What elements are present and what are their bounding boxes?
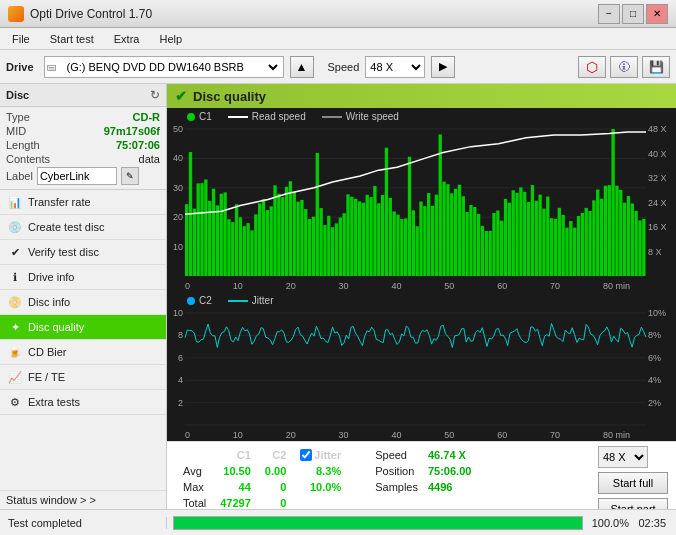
progressbar — [173, 516, 583, 530]
drive-select[interactable]: (G:) BENQ DVD DD DW1640 BSRB — [61, 57, 281, 77]
disc-type-value: CD-R — [133, 111, 161, 123]
sidebar-item-transfer-rate[interactable]: 📊 Transfer rate — [0, 190, 166, 215]
disc-label-button[interactable]: ✎ — [121, 167, 139, 185]
drive-info-icon: ℹ — [8, 270, 22, 284]
sidebar-item-label: CD Bier — [28, 346, 67, 358]
maximize-button[interactable]: □ — [622, 4, 644, 24]
legend-c1-dot — [187, 113, 195, 121]
verify-test-disc-icon: ✔ — [8, 245, 22, 259]
sidebar-item-cd-bier[interactable]: 🍺 CD Bier — [0, 340, 166, 365]
jitter-checkbox[interactable] — [300, 449, 312, 461]
drive-label: Drive — [6, 61, 34, 73]
titlebar: Opti Drive Control 1.70 − □ ✕ — [0, 0, 676, 28]
menu-help[interactable]: Help — [151, 31, 190, 47]
disc-label-input[interactable] — [37, 167, 117, 185]
disc-refresh-icon[interactable]: ↻ — [150, 88, 160, 102]
transfer-rate-icon: 📊 — [8, 195, 22, 209]
disc-contents-row: Contents data — [6, 153, 160, 165]
disc-length-label: Length — [6, 139, 40, 151]
speed-select-action[interactable]: 48 X — [598, 446, 648, 468]
drivebar: Drive 🖴 (G:) BENQ DVD DD DW1640 BSRB ▲ S… — [0, 50, 676, 84]
statusbar: Test completed 100.0% 02:35 — [0, 509, 676, 535]
max-c1: 44 — [214, 480, 257, 494]
start-full-button[interactable]: Start full — [598, 472, 668, 494]
window-controls: − □ ✕ — [598, 4, 668, 24]
xaxis2-20: 20 — [286, 430, 296, 440]
disc-length-value: 75:07:06 — [116, 139, 160, 151]
disc-quality-title: Disc quality — [193, 89, 266, 104]
disc-type-row: Type CD-R — [6, 111, 160, 123]
xaxis-0: 0 — [185, 281, 190, 291]
avg-label: Avg — [177, 464, 212, 478]
status-text: Test completed — [0, 517, 167, 529]
progress-pct: 100.0% — [589, 517, 629, 529]
sidebar-item-label: Create test disc — [28, 221, 104, 233]
legend-write-speed-line — [322, 116, 342, 118]
chart-top-xaxis: 0 10 20 30 40 50 60 70 80 min — [167, 280, 676, 292]
chart-legend-bottom: C2 Jitter — [167, 292, 676, 309]
disc-contents-label: Contents — [6, 153, 50, 165]
stats-table: C1 C2 Jitter Avg 10.50 0.00 8.3% — [175, 446, 349, 509]
sidebar-item-label: Drive info — [28, 271, 74, 283]
app-title: Opti Drive Control 1.70 — [30, 7, 152, 21]
legend-read-speed-label: Read speed — [252, 111, 306, 122]
cd-bier-icon: 🍺 — [8, 345, 22, 359]
sidebar-item-label: Transfer rate — [28, 196, 91, 208]
legend-c1: C1 — [187, 111, 212, 122]
disc-mid-value: 97m17s06f — [104, 125, 160, 137]
create-test-disc-icon: 💿 — [8, 220, 22, 234]
xaxis-50: 50 — [444, 281, 454, 291]
xaxis2-40: 40 — [391, 430, 401, 440]
info-button[interactable]: 🛈 — [610, 56, 638, 78]
xaxis2-60: 60 — [497, 430, 507, 440]
disc-length-row: Length 75:07:06 — [6, 139, 160, 151]
col-jitter-header: Jitter — [314, 449, 341, 461]
menu-extra[interactable]: Extra — [106, 31, 148, 47]
save-button[interactable]: 💾 — [642, 56, 670, 78]
xaxis-30: 30 — [339, 281, 349, 291]
sidebar-item-disc-info[interactable]: 📀 Disc info — [0, 290, 166, 315]
sidebar-item-label: Disc quality — [28, 321, 84, 333]
drive-eject-button[interactable]: ▲ — [290, 56, 314, 78]
jitter-check-cell: Jitter — [300, 449, 341, 461]
extra-tests-icon: ⚙ — [8, 395, 22, 409]
legend-c1-label: C1 — [199, 111, 212, 122]
legend-read-speed-line — [228, 116, 248, 118]
sidebar-item-drive-info[interactable]: ℹ Drive info — [0, 265, 166, 290]
position-value: 75:06.00 — [424, 464, 475, 478]
legend-c2-label: C2 — [199, 295, 212, 306]
xaxis2-80: 80 min — [603, 430, 658, 440]
sidebar-item-verify-test-disc[interactable]: ✔ Verify test disc — [0, 240, 166, 265]
menu-start-test[interactable]: Start test — [42, 31, 102, 47]
menubar: File Start test Extra Help — [0, 28, 676, 50]
speed-apply-button[interactable]: ▶ — [431, 56, 455, 78]
start-part-button[interactable]: Start part — [598, 498, 668, 509]
speed-info-panel: Speed 46.74 X Position 75:06.00 Samples … — [369, 446, 477, 496]
legend-jitter-label: Jitter — [252, 295, 274, 306]
close-button[interactable]: ✕ — [646, 4, 668, 24]
avg-c2: 0.00 — [259, 464, 292, 478]
max-label: Max — [177, 480, 212, 494]
chart-top-canvas — [167, 125, 676, 280]
sidebar-item-fe-te[interactable]: 📈 FE / TE — [0, 365, 166, 390]
minimize-button[interactable]: − — [598, 4, 620, 24]
avg-c1: 10.50 — [214, 464, 257, 478]
status-window-label: Status window > > — [6, 494, 96, 506]
sidebar-item-extra-tests[interactable]: ⚙ Extra tests — [0, 390, 166, 415]
legend-write-speed-label: Write speed — [346, 111, 399, 122]
legend-read-speed: Read speed — [228, 111, 306, 122]
xaxis2-70: 70 — [550, 430, 560, 440]
sidebar-item-disc-quality[interactable]: ✦ Disc quality — [0, 315, 166, 340]
config-button[interactable]: ⬡ — [578, 56, 606, 78]
status-window-button[interactable]: Status window > > — [0, 490, 166, 509]
menu-file[interactable]: File — [4, 31, 38, 47]
xaxis2-30: 30 — [339, 430, 349, 440]
xaxis2-10: 10 — [233, 430, 243, 440]
disc-quality-header: ✔ Disc quality — [167, 84, 676, 108]
legend-c2: C2 — [187, 295, 212, 306]
sidebar-item-create-test-disc[interactable]: 💿 Create test disc — [0, 215, 166, 240]
speed-select[interactable]: 48 X — [365, 56, 425, 78]
col-c2-header: C2 — [259, 448, 292, 462]
chart-bottom — [167, 309, 676, 429]
legend-c2-dot — [187, 297, 195, 305]
